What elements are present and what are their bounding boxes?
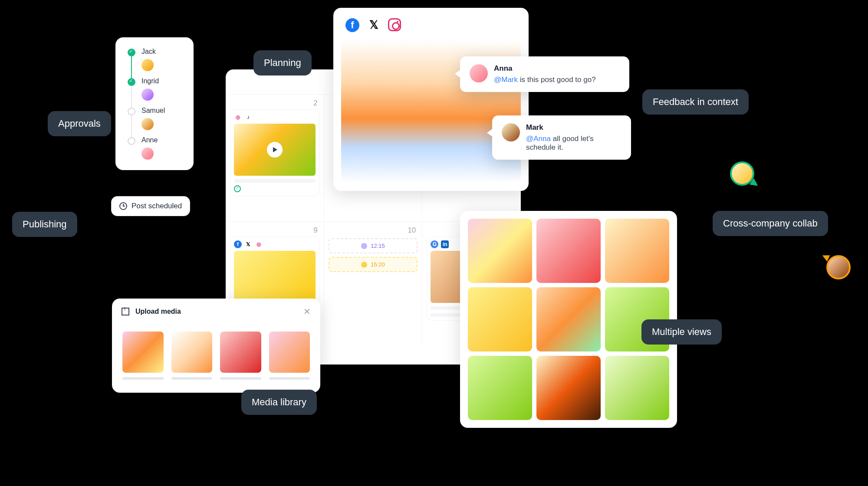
facebook-icon[interactable]: f: [345, 18, 359, 32]
multiple-views-label: Multiple views: [641, 319, 722, 345]
gallery-item[interactable]: [605, 219, 669, 283]
media-library-card: Upload media ✕: [112, 299, 320, 393]
media-item[interactable]: [171, 332, 213, 380]
comment-bubble[interactable]: Anna @Mark is this post good to go?: [460, 56, 629, 92]
calendar-date: 2: [313, 99, 317, 108]
calendar-date: 10: [408, 226, 416, 235]
media-item[interactable]: [269, 332, 310, 380]
calendar-cell[interactable]: 2 ◎ ♪: [226, 94, 324, 221]
avatar: [470, 64, 488, 82]
media-thumbnail: [269, 332, 310, 373]
comment-author: Anna: [494, 64, 596, 73]
media-library-title: Upload media: [135, 308, 297, 315]
feedback-label: Feedback in context: [642, 89, 749, 115]
approvals-label: Approvals: [48, 111, 111, 136]
approver-name: Ingrid: [141, 77, 159, 85]
gallery-card: [460, 211, 677, 428]
post-channels: f 𝕏: [333, 8, 529, 40]
calendar-cell[interactable]: 10 12:15 15:20: [324, 221, 423, 346]
gallery-item[interactable]: [468, 219, 532, 283]
instagram-icon: ◎: [255, 240, 263, 248]
placeholder-bar: [234, 179, 316, 183]
mention[interactable]: @Anna: [526, 135, 551, 143]
time-value: 15:20: [371, 261, 385, 268]
avatar: [141, 59, 154, 71]
collaborator-cursor: [826, 255, 851, 279]
time-slot[interactable]: 12:15: [329, 238, 418, 253]
placeholder-bar: [269, 377, 310, 380]
approval-row[interactable]: Jack: [128, 48, 184, 71]
gallery-item[interactable]: [536, 219, 601, 283]
scheduled-text: Post scheduled: [132, 202, 182, 210]
avatar: [141, 118, 154, 130]
approver-name: Anne: [141, 136, 158, 144]
avatar: [502, 123, 520, 141]
placeholder-bar: [122, 377, 164, 380]
google-icon: G: [431, 240, 438, 248]
check-icon: [234, 185, 241, 192]
approvals-card: Jack Ingrid Samuel Anne: [115, 37, 194, 170]
clock-icon: [119, 202, 127, 210]
instagram-icon[interactable]: [388, 18, 401, 31]
linkedin-icon: in: [441, 240, 449, 248]
play-icon[interactable]: [267, 142, 283, 158]
comment-text: @Mark is this post good to go?: [494, 76, 596, 84]
check-icon: [128, 49, 135, 56]
post-scheduled-badge: Post scheduled: [111, 196, 190, 216]
time-value: 12:15: [371, 243, 385, 249]
x-icon: 𝕏: [244, 240, 252, 248]
avatar: [141, 89, 154, 101]
media-library-label: Media library: [241, 390, 317, 415]
approval-row[interactable]: Ingrid: [128, 77, 184, 101]
calendar-date: 9: [313, 226, 317, 235]
approver-name: Jack: [141, 48, 156, 56]
post-thumbnail: [234, 251, 316, 303]
avatar: [141, 148, 154, 160]
publishing-label: Publishing: [12, 212, 77, 237]
planning-label: Planning: [253, 50, 312, 76]
slot-dot-icon: [361, 243, 367, 249]
approver-name: Samuel: [141, 107, 165, 115]
comment-author: Mark: [526, 123, 621, 132]
media-thumbnail: [171, 332, 213, 373]
gallery-item[interactable]: [468, 287, 532, 351]
media-item[interactable]: [122, 332, 164, 380]
gallery-item[interactable]: [468, 356, 532, 420]
gallery-item[interactable]: [605, 356, 669, 420]
media-thumbnail: [122, 332, 164, 373]
collaborator-cursor: [730, 161, 754, 186]
scheduled-post[interactable]: f 𝕏 ◎: [230, 236, 319, 307]
x-icon[interactable]: 𝕏: [367, 18, 380, 31]
pending-icon: [128, 137, 135, 145]
placeholder-bar: [220, 377, 261, 380]
approval-row[interactable]: Anne: [128, 136, 184, 160]
scheduled-post[interactable]: ◎ ♪: [230, 109, 319, 196]
gallery-item[interactable]: [536, 287, 601, 351]
pending-icon: [128, 108, 135, 115]
cross-company-label: Cross-company collab: [713, 211, 828, 236]
slot-dot-icon: [361, 262, 367, 268]
comment-bubble[interactable]: Mark @Anna all good let's schedule it.: [492, 115, 631, 160]
approval-row[interactable]: Samuel: [128, 107, 184, 130]
placeholder-bar: [171, 377, 213, 380]
media-thumbnail: [220, 332, 261, 373]
time-slot[interactable]: 15:20: [329, 257, 418, 272]
tiktok-icon: ♪: [244, 113, 252, 121]
post-preview-card[interactable]: f 𝕏: [333, 8, 529, 191]
close-icon[interactable]: ✕: [303, 306, 311, 317]
gallery-item[interactable]: [536, 356, 601, 420]
comment-text: @Anna all good let's schedule it.: [526, 135, 621, 152]
media-item[interactable]: [220, 332, 261, 380]
mention[interactable]: @Mark: [494, 76, 518, 84]
facebook-icon: f: [234, 240, 242, 248]
check-icon: [128, 78, 135, 86]
instagram-icon: ◎: [234, 113, 242, 121]
upload-icon[interactable]: [122, 308, 129, 315]
